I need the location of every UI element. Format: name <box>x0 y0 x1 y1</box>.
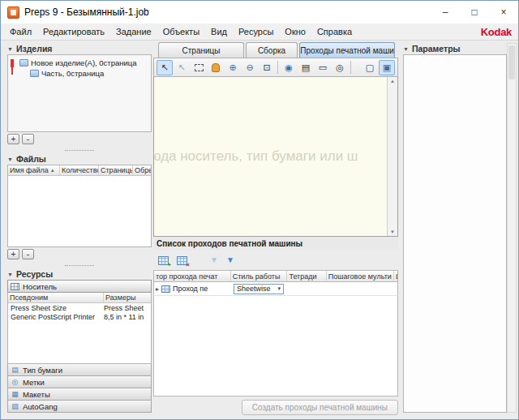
move-down-alt-button[interactable]: ▼ <box>224 256 237 264</box>
media-size: 8,5 in * 11 in <box>104 313 151 321</box>
column-sizes[interactable]: Размеры <box>104 293 151 302</box>
add-product-button[interactable]: + <box>7 134 19 144</box>
column-label: Страницы <box>101 166 133 174</box>
tab-press-runs[interactable]: Проходы печатной маши <box>299 42 395 58</box>
media-row[interactable]: Generic PostScript Printer 8,5 in * 11 i… <box>8 312 151 321</box>
menu-view[interactable]: Вид <box>205 25 233 38</box>
media-table-header: Псевдоним Размеры <box>8 293 151 303</box>
column-trim[interactable]: Обрезн <box>133 165 151 175</box>
move-down-button[interactable]: ▼ <box>208 256 221 264</box>
remove-product-button[interactable]: - <box>22 134 34 144</box>
minimize-button[interactable]: – <box>431 1 460 24</box>
menu-job[interactable]: Задание <box>110 25 157 38</box>
parameters-panel: ▼ Параметры <box>403 43 507 413</box>
view-layout-icon: ▢ <box>366 63 374 72</box>
menu-objects[interactable]: Объекты <box>157 25 205 38</box>
media-row[interactable]: Press Sheet Size Press Sheet <box>8 303 151 312</box>
panel-splitter[interactable] <box>7 147 152 153</box>
direct-select-tool-button[interactable]: ↖ <box>174 60 190 75</box>
part-icon <box>30 70 39 77</box>
accordion-paper-type[interactable]: ▤ Тип бумаги <box>7 364 152 376</box>
hand-tool-button[interactable] <box>208 60 224 75</box>
tab-assembly[interactable]: Сборка <box>246 42 298 58</box>
column-label: Количество <box>62 166 99 174</box>
zoom-in-tool-button[interactable]: ⊕ <box>225 60 241 75</box>
scroll-up-icon[interactable]: ▲ <box>390 79 395 84</box>
column-color[interactable]: Ц <box>394 271 397 281</box>
kodak-logo: Kodak <box>481 26 512 38</box>
app-window: Preps 9 - Безымянный-1.job – □ × Файл Ре… <box>0 0 519 420</box>
column-alias[interactable]: Псевдоним <box>8 293 104 302</box>
add-file-button[interactable]: + <box>7 249 19 259</box>
accordion-templates[interactable]: ▦ Макеты <box>7 388 152 401</box>
preview-eye-icon: ◉ <box>285 63 293 72</box>
parameters-section-header[interactable]: ▼ Параметры <box>403 43 507 54</box>
expander-icon[interactable]: ▸ <box>156 285 159 293</box>
accordion-marks[interactable]: ◎ Метки <box>7 376 152 388</box>
zoom-marquee-tool-button[interactable] <box>191 60 207 75</box>
add-pressrun-button[interactable]: + <box>156 254 171 268</box>
pressrun-row[interactable]: ▸ Проход пе Sheetwise ▾ <box>153 282 398 296</box>
scrollbar-thumb[interactable] <box>508 45 515 79</box>
menu-help[interactable]: Справка <box>311 25 358 38</box>
tab-pages[interactable]: Страницы <box>158 42 244 58</box>
accordion-label: Метки <box>23 378 45 387</box>
column-pressrun-id[interactable]: тор прохода печат <box>154 271 231 281</box>
fit-page-tool-button[interactable]: ⊡ <box>259 60 275 75</box>
accordion-label: Тип бумаги <box>23 366 62 375</box>
center-target-icon: ◎ <box>336 63 344 72</box>
resources-section-header[interactable]: ▼ Ресурсы <box>7 268 152 280</box>
collapse-triangle-icon: ▼ <box>7 156 13 162</box>
view-tabs: Страницы Сборка Проходы печатной маши <box>153 41 398 58</box>
column-work-style[interactable]: Стиль работы <box>231 271 288 281</box>
canvas-scrollbar[interactable]: ▲ ▼ <box>387 77 397 236</box>
collapse-triangle-icon: ▼ <box>403 46 409 52</box>
accordion-label: Носитель <box>23 282 57 291</box>
templates-icon: ▦ <box>11 390 19 398</box>
products-tree: Новое изделие(А), 0страница Часть, 0стра… <box>7 54 152 132</box>
create-pressruns-button[interactable]: Создать проходы печатной машины <box>242 400 398 415</box>
accordion-autogang[interactable]: ▧ AutoGang <box>7 401 152 413</box>
work-style-dropdown[interactable]: Sheetwise ▾ <box>234 284 284 294</box>
tree-item-product[interactable]: Новое изделие(А), 0страница <box>8 58 151 68</box>
column-pages[interactable]: Страницы <box>99 165 133 175</box>
paper-type-icon: ▤ <box>11 366 19 374</box>
menu-window[interactable]: Окно <box>279 25 311 38</box>
column-count[interactable]: Количество <box>60 165 99 175</box>
menu-edit[interactable]: Редактировать <box>37 25 110 38</box>
zoom-out-tool-button[interactable]: ⊖ <box>242 60 258 75</box>
menu-file[interactable]: Файл <box>4 25 37 38</box>
view-preview-icon: ▣ <box>383 63 391 72</box>
column-step-multi[interactable]: Пошаговое мульти <box>327 271 394 281</box>
sheet-tool-button[interactable]: ▤ <box>298 60 314 75</box>
column-signatures[interactable]: Тетради <box>287 271 326 281</box>
select-tool-button[interactable]: ↖ <box>157 60 173 75</box>
close-button[interactable]: × <box>489 1 518 24</box>
panel-splitter[interactable] <box>7 262 152 268</box>
files-title: Файлы <box>16 154 46 164</box>
delete-pressrun-button[interactable]: × <box>174 254 190 268</box>
scroll-down-icon[interactable]: ▼ <box>390 229 395 234</box>
accordion-media[interactable]: Носитель <box>7 280 152 293</box>
files-table-body[interactable] <box>8 176 151 246</box>
center-target-tool-button[interactable]: ◎ <box>332 60 348 75</box>
parameters-scrollbar[interactable] <box>507 43 517 413</box>
maximize-button[interactable]: □ <box>460 1 489 24</box>
view-mode-preview-button[interactable]: ▣ <box>379 60 395 75</box>
measure-tool-button[interactable]: ▭ <box>315 60 331 75</box>
menu-resources[interactable]: Ресурсы <box>233 25 279 38</box>
files-section-header[interactable]: ▼ Файлы <box>7 153 152 165</box>
column-filename[interactable]: Имя файла ▲ <box>8 165 60 175</box>
column-label: Стиль работы <box>233 272 281 281</box>
media-table-body[interactable] <box>8 321 151 363</box>
preview-tool-button[interactable]: ◉ <box>281 60 297 75</box>
view-mode-layout-button[interactable]: ▢ <box>362 60 378 75</box>
marks-icon: ◎ <box>11 378 19 386</box>
press-run-canvas[interactable]: щите сюда носитель, тип бумаги или ш ▲ ▼ <box>153 77 398 237</box>
remove-file-button[interactable]: - <box>22 249 34 259</box>
center-panel: Страницы Сборка Проходы печатной маши ↖ … <box>153 41 398 416</box>
direct-select-arrow-icon: ↖ <box>178 63 185 72</box>
tree-item-part[interactable]: Часть, 0страница <box>8 68 151 79</box>
pressrun-table-body[interactable] <box>153 296 398 396</box>
products-section-header[interactable]: ▼ Изделия <box>7 43 152 54</box>
